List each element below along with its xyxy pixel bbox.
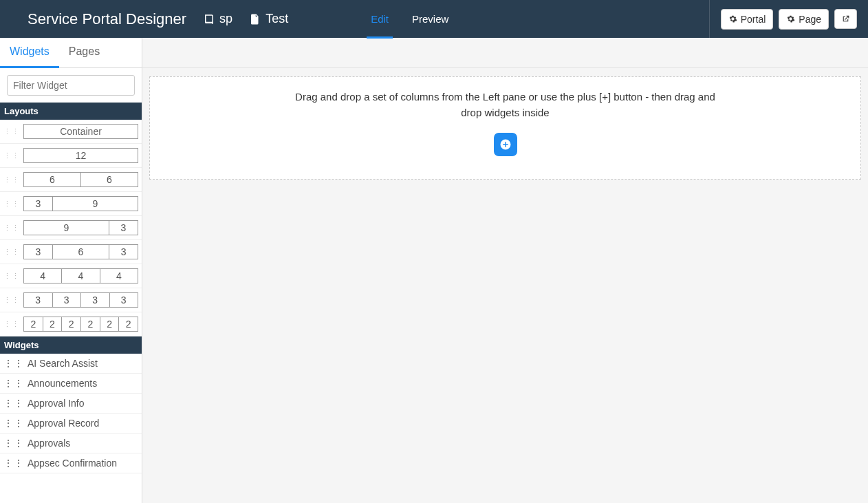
drag-handle-icon: ⋮⋮ (3, 153, 20, 158)
layout-col-cell: 2 (81, 317, 100, 332)
layout-item[interactable]: ⋮⋮444 (0, 264, 142, 288)
layout-item[interactable]: ⋮⋮12 (0, 144, 142, 168)
layout-columns: 39 (23, 196, 138, 211)
layout-col-cell: 3 (109, 244, 138, 259)
sidebar-tabs: Widgets Pages (0, 38, 142, 68)
top-right-actions: Portal Page (709, 0, 868, 38)
layout-col-cell: 4 (100, 268, 138, 283)
drag-handle-icon: ⋮⋮ (3, 201, 20, 206)
drag-handle-icon: ⋮⋮ (3, 460, 24, 466)
canvas-dropzone[interactable]: Drag and drop a set of columns from the … (149, 76, 861, 180)
drag-handle-icon: ⋮⋮ (3, 321, 20, 327)
drag-handle-icon: ⋮⋮ (3, 420, 24, 426)
layout-col-cell: 3 (81, 292, 110, 308)
drag-handle-icon: ⋮⋮ (3, 249, 20, 255)
gear-icon (786, 14, 795, 23)
page-breadcrumb[interactable]: Test (249, 12, 288, 26)
left-sidebar: Widgets Pages Layouts ⋮⋮Container⋮⋮12⋮⋮6… (0, 38, 142, 503)
portal-settings-label: Portal (741, 14, 766, 25)
layout-columns: 222222 (23, 317, 138, 332)
layout-item[interactable]: ⋮⋮363 (0, 240, 142, 264)
widget-item-label: Approvals (28, 438, 70, 449)
layout-col-cell: 2 (62, 317, 81, 332)
page-breadcrumb-label: Test (265, 12, 288, 26)
layout-col-cell: 3 (109, 220, 138, 235)
layout-col-cell: 3 (23, 292, 53, 308)
widget-item[interactable]: ⋮⋮AI Search Assist (0, 354, 142, 374)
add-container-button[interactable] (494, 133, 517, 156)
drag-handle-icon: ⋮⋮ (3, 361, 24, 366)
drag-handle-icon: ⋮⋮ (3, 129, 20, 134)
widget-item[interactable]: ⋮⋮Appsec Confirmation (0, 453, 142, 473)
file-icon (249, 13, 261, 25)
drag-handle-icon: ⋮⋮ (3, 297, 20, 303)
drag-handle-icon: ⋮⋮ (3, 440, 24, 446)
tab-edit[interactable]: Edit (371, 0, 389, 38)
layout-item[interactable]: ⋮⋮93 (0, 216, 142, 240)
app-title: Service Portal Designer (28, 10, 186, 28)
layout-col-cell: 9 (23, 220, 109, 235)
top-navbar: Service Portal Designer sp Test Edit Pre… (0, 0, 868, 38)
layout-col-cell: 3 (23, 244, 53, 259)
widget-item-label: Approval Info (28, 398, 85, 409)
drag-handle-icon: ⋮⋮ (3, 381, 24, 386)
breadcrumb-area: Service Portal Designer sp Test (0, 10, 288, 28)
widget-item-label: Appsec Confirmation (28, 458, 117, 469)
layout-col-cell: 3 (110, 292, 139, 308)
layout-columns: 444 (23, 268, 138, 283)
layout-item[interactable]: ⋮⋮222222 (0, 312, 142, 336)
tab-preview[interactable]: Preview (412, 0, 448, 38)
portal-settings-button[interactable]: Portal (721, 9, 774, 30)
layout-col-cell: 6 (23, 172, 81, 187)
layout-columns: 93 (23, 220, 138, 235)
layout-col-cell: 4 (23, 268, 62, 283)
layout-item[interactable]: ⋮⋮Container (0, 120, 142, 144)
layout-item[interactable]: ⋮⋮39 (0, 192, 142, 216)
layout-col-cell: 4 (62, 268, 100, 283)
page-settings-button[interactable]: Page (779, 9, 829, 30)
layout-col-cell: 6 (81, 172, 138, 187)
layout-col-cell: 6 (53, 244, 110, 259)
main-area: Widgets Pages Layouts ⋮⋮Container⋮⋮12⋮⋮6… (0, 38, 868, 503)
layout-col-cell: 12 (23, 148, 138, 163)
drag-handle-icon: ⋮⋮ (3, 225, 20, 231)
open-new-window-button[interactable] (834, 9, 857, 29)
dropzone-hint-text: Drag and drop a set of columns from the … (292, 89, 719, 120)
layout-columns: 12 (23, 148, 138, 163)
widget-item[interactable]: ⋮⋮Approval Record (0, 414, 142, 434)
layout-col-cell: 9 (53, 196, 138, 211)
sidebar-tab-widgets[interactable]: Widgets (0, 38, 59, 67)
portal-breadcrumb-label: sp (219, 12, 232, 26)
widget-item-label: AI Search Assist (28, 358, 98, 369)
section-widgets-header: Widgets (0, 336, 142, 354)
widget-item-label: Announcements (28, 378, 97, 389)
drag-handle-icon: ⋮⋮ (3, 177, 20, 182)
canvas-toolbar-spacer (142, 38, 868, 68)
design-canvas: Drag and drop a set of columns from the … (142, 38, 868, 503)
layout-col-cell: 3 (23, 196, 53, 211)
layout-col-cell: 2 (23, 317, 43, 332)
widget-item[interactable]: ⋮⋮Approval Info (0, 394, 142, 414)
layout-item[interactable]: ⋮⋮3333 (0, 288, 142, 312)
plus-circle-icon (499, 138, 512, 151)
layout-container-label: Container (23, 124, 138, 139)
layout-columns: 66 (23, 172, 138, 187)
layout-col-cell: 2 (119, 317, 138, 332)
external-link-icon (841, 14, 850, 23)
layout-columns: 3333 (23, 292, 138, 308)
portal-breadcrumb[interactable]: sp (203, 12, 232, 26)
drag-handle-icon: ⋮⋮ (3, 273, 20, 279)
gear-icon (728, 14, 737, 23)
sidebar-scroll[interactable]: Layouts ⋮⋮Container⋮⋮12⋮⋮66⋮⋮39⋮⋮93⋮⋮363… (0, 103, 142, 503)
layout-item[interactable]: ⋮⋮66 (0, 168, 142, 192)
widget-item[interactable]: ⋮⋮Announcements (0, 374, 142, 394)
drag-handle-icon: ⋮⋮ (3, 400, 24, 406)
sidebar-tab-pages[interactable]: Pages (59, 38, 109, 67)
section-layouts-header: Layouts (0, 103, 142, 120)
page-settings-label: Page (799, 14, 821, 25)
book-icon (203, 13, 215, 25)
widget-item[interactable]: ⋮⋮Approvals (0, 434, 142, 453)
layout-col-cell: 2 (43, 317, 63, 332)
widget-item-label: Approval Record (28, 418, 99, 429)
filter-widget-input[interactable] (7, 75, 135, 96)
